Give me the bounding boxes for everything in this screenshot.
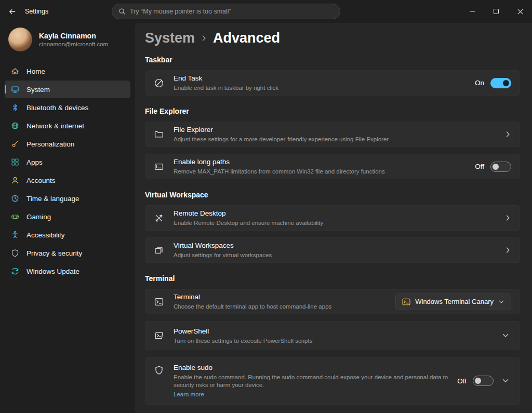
card-controls: Off bbox=[475, 162, 511, 172]
windows-terminal-canary-icon bbox=[402, 298, 410, 306]
card-subtitle: Enable end task in taskbar by right clic… bbox=[174, 84, 467, 92]
card-controls bbox=[500, 330, 511, 341]
sidebar-item-label: System bbox=[26, 86, 50, 94]
sidebar-item-personalization[interactable]: Personalization bbox=[5, 135, 130, 153]
card-subtitle: Enable the sudo command. Running the sud… bbox=[174, 374, 449, 389]
card-title: File Explorer bbox=[174, 125, 496, 135]
sidebar-item-accounts[interactable]: Accounts bbox=[5, 171, 130, 189]
sidebar-item-label: Accounts bbox=[26, 177, 56, 184]
card-text: Terminal Choose the default terminal app… bbox=[174, 292, 395, 311]
card-terminal: Terminal Choose the default terminal app… bbox=[145, 289, 520, 314]
home-icon bbox=[11, 67, 19, 75]
sidebar-item-label: Windows Update bbox=[26, 268, 79, 275]
back-arrow-icon bbox=[8, 8, 16, 16]
sidebar-item-label: Time & language bbox=[26, 195, 79, 203]
bluetooth-icon bbox=[11, 103, 19, 112]
sidebar-item-label: Bluetooth & devices bbox=[26, 104, 88, 112]
end-task-toggle[interactable] bbox=[490, 78, 511, 88]
sidebar-item-label: Privacy & security bbox=[26, 249, 82, 257]
search-icon bbox=[118, 8, 126, 15]
dropdown-value: Windows Terminal Canary bbox=[415, 298, 494, 305]
sidebar-item-apps[interactable]: Apps bbox=[5, 153, 130, 171]
sudo-toggle[interactable] bbox=[473, 376, 494, 386]
paintbrush-icon bbox=[11, 140, 19, 148]
minimize-button[interactable] bbox=[460, 0, 484, 23]
chevron-down-icon bbox=[502, 377, 509, 384]
card-title: End Task bbox=[174, 74, 467, 83]
sidebar-nav: Home System Bluetooth & devices Network … bbox=[0, 62, 135, 280]
shield-icon bbox=[11, 249, 19, 257]
long-paths-icon bbox=[154, 162, 164, 172]
terminal-icon bbox=[154, 297, 164, 307]
breadcrumb: System Advanced bbox=[145, 30, 520, 46]
chevron-down-icon bbox=[502, 332, 509, 339]
learn-more-link[interactable]: Learn more bbox=[174, 391, 204, 397]
card-enable-long-paths: Enable long paths Remove MAX_PATH limita… bbox=[145, 154, 520, 179]
sidebar-item-privacy-security[interactable]: Privacy & security bbox=[5, 244, 130, 262]
back-button[interactable] bbox=[3, 4, 21, 19]
section-title-taskbar: Taskbar bbox=[145, 56, 520, 64]
card-text: PowerShell Turn on these settings to exe… bbox=[174, 327, 500, 345]
toggle-knob bbox=[475, 378, 481, 384]
toggle-state-label: On bbox=[475, 79, 484, 87]
breadcrumb-parent[interactable]: System bbox=[145, 30, 195, 46]
card-controls: Off bbox=[457, 375, 511, 387]
card-subtitle: Turn on these settings to execute PowerS… bbox=[174, 337, 491, 345]
user-name: Kayla Cinnamon bbox=[39, 31, 108, 41]
sidebar-item-label: Home bbox=[26, 68, 45, 75]
sidebar-item-accessibility[interactable]: Accessibility bbox=[5, 226, 130, 244]
card-subtitle: Enable Remote Desktop and ensure machine… bbox=[174, 219, 496, 227]
maximize-button[interactable] bbox=[484, 0, 508, 23]
card-subtitle: Remove MAX_PATH limitations from common … bbox=[174, 168, 467, 176]
long-paths-toggle[interactable] bbox=[490, 162, 511, 172]
toggle-knob bbox=[503, 80, 509, 86]
sidebar-item-home[interactable]: Home bbox=[5, 62, 130, 80]
sidebar-item-label: Accessibility bbox=[26, 231, 65, 239]
powershell-icon bbox=[154, 330, 164, 341]
clock-icon bbox=[11, 194, 19, 203]
sidebar-item-system[interactable]: System bbox=[5, 81, 130, 98]
accessibility-person-icon bbox=[11, 231, 19, 239]
sidebar-item-network-internet[interactable]: Network & internet bbox=[5, 117, 130, 135]
card-title: Virtual Workspaces bbox=[174, 241, 496, 250]
card-title: Enable long paths bbox=[174, 157, 467, 167]
update-arrows-icon bbox=[11, 267, 19, 275]
card-virtual-workspaces[interactable]: Virtual Workspaces Adjust settings for v… bbox=[145, 237, 520, 263]
card-end-task: End Task Enable end task in taskbar by r… bbox=[145, 70, 520, 96]
card-subtitle: Adjust these settings for a more develop… bbox=[174, 136, 496, 143]
globe-icon bbox=[11, 122, 19, 130]
avatar bbox=[8, 28, 32, 51]
close-button[interactable] bbox=[508, 0, 532, 23]
person-icon bbox=[11, 176, 19, 184]
section-title-virtual-workspace: Virtual Workspace bbox=[145, 191, 520, 199]
card-controls bbox=[504, 215, 511, 221]
sidebar-item-windows-update[interactable]: Windows Update bbox=[5, 262, 130, 280]
card-subtitle: Choose the default terminal app to host … bbox=[174, 303, 387, 311]
sidebar-item-bluetooth-devices[interactable]: Bluetooth & devices bbox=[5, 99, 130, 116]
sudo-shield-icon bbox=[154, 365, 164, 376]
sidebar-item-label: Network & internet bbox=[26, 122, 84, 130]
titlebar: Settings bbox=[0, 0, 532, 23]
default-terminal-dropdown[interactable]: Windows Terminal Canary bbox=[395, 294, 511, 310]
card-file-explorer[interactable]: File Explorer Adjust these settings for … bbox=[145, 122, 520, 147]
card-controls: On bbox=[475, 78, 511, 88]
search-box bbox=[112, 4, 340, 19]
sidebar-item-label: Personalization bbox=[26, 140, 74, 148]
card-remote-desktop[interactable]: Remote Desktop Enable Remote Desktop and… bbox=[145, 205, 520, 231]
card-title: Remote Desktop bbox=[174, 209, 496, 218]
card-controls bbox=[504, 131, 511, 138]
section-title-terminal: Terminal bbox=[145, 274, 520, 283]
search-input[interactable] bbox=[130, 8, 334, 15]
virtual-workspaces-icon bbox=[154, 245, 164, 256]
chevron-down-icon bbox=[498, 299, 504, 305]
folder-icon bbox=[154, 129, 164, 140]
card-text: Virtual Workspaces Adjust settings for v… bbox=[174, 241, 504, 259]
sidebar-item-time-language[interactable]: Time & language bbox=[5, 190, 130, 207]
toggle-state-label: Off bbox=[457, 377, 467, 385]
apps-grid-icon bbox=[11, 158, 19, 166]
powershell-expand-button[interactable] bbox=[500, 330, 511, 341]
sidebar-item-gaming[interactable]: Gaming bbox=[5, 208, 130, 225]
main-content: System Advanced Taskbar End Task Enable … bbox=[135, 23, 532, 413]
card-enable-sudo: Enable sudo Enable the sudo command. Run… bbox=[145, 357, 520, 405]
sudo-expand-button[interactable] bbox=[500, 375, 511, 387]
